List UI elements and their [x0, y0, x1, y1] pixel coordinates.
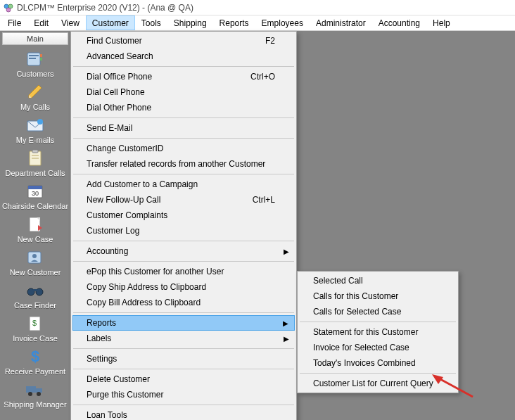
menu-item-shortcut: Ctrl+L: [253, 195, 275, 205]
menu-dial-office[interactable]: Dial Office Phone Ctrl+O: [72, 69, 295, 84]
menu-file[interactable]: File: [1, 15, 27, 30]
envelope-icon: [25, 116, 46, 134]
menu-item-label: Dial Office Phone: [87, 72, 152, 82]
menu-find-customer[interactable]: Find Customer F2: [72, 33, 295, 49]
sidebar-item-my-emails[interactable]: My E-mails: [0, 114, 70, 147]
sidebar-item-shipping-manager[interactable]: Shipping Manager: [0, 378, 70, 412]
menu-accounting-submenu[interactable]: Accounting ▶: [72, 243, 295, 259]
menu-item-label: Dial Other Phone: [87, 103, 151, 113]
menu-edit[interactable]: Edit: [27, 15, 55, 30]
clipboard-icon: [25, 149, 46, 167]
sidebar-item-label: My Calls: [20, 103, 50, 111]
menu-item-label: Accounting: [87, 246, 128, 256]
menu-item-label: Calls for this Customer: [313, 291, 398, 301]
truck-icon: [25, 381, 46, 399]
menu-loan-tools[interactable]: Loan Tools: [72, 407, 295, 420]
menu-purge-customer[interactable]: Purge this Customer: [72, 387, 295, 402]
submenu-arrow-icon: ▶: [284, 248, 289, 255]
menu-item-label: Loan Tools: [87, 410, 127, 420]
menu-item-label: Today's Invoices Combined: [313, 358, 416, 368]
menu-item-label: Purge this Customer: [87, 390, 163, 400]
menu-item-label: Customer Complaints: [87, 210, 167, 220]
sidebar-item-invoice-case[interactable]: $ Invoice Case: [0, 312, 70, 345]
menu-item-label: Customer List for Current Query: [313, 378, 433, 388]
pencil-icon: [25, 83, 46, 101]
menu-item-label: Reports: [87, 318, 116, 328]
menu-item-label: Statement for this Customer: [313, 327, 418, 337]
sidebar-item-customers[interactable]: Customers: [0, 48, 70, 81]
sidebar-header[interactable]: Main: [2, 32, 68, 45]
menu-separator: [73, 405, 294, 405]
svg-point-32: [28, 392, 32, 396]
submenu-todays-invoices-combined[interactable]: Today's Invoices Combined: [299, 355, 457, 371]
menu-send-email[interactable]: Send E-Mail: [72, 120, 295, 136]
sidebar-item-new-case[interactable]: New Case: [0, 213, 70, 246]
menu-customer[interactable]: Customer: [86, 15, 135, 30]
menu-dial-other[interactable]: Dial Other Phone: [72, 100, 295, 115]
sidebar-item-label: New Case: [18, 235, 53, 243]
submenu-statement-for-customer[interactable]: Statement for this Customer: [299, 324, 457, 340]
menu-separator: [300, 322, 456, 322]
menu-reports[interactable]: Reports: [213, 15, 255, 30]
svg-text:$: $: [31, 348, 39, 365]
sidebar-item-case-finder[interactable]: Case Finder: [0, 279, 70, 312]
menu-copy-ship-address[interactable]: Copy Ship Address to Clipboard: [72, 279, 295, 295]
submenu-customer-list-current-query[interactable]: Customer List for Current Query: [299, 376, 457, 391]
sidebar-item-label: Shipping Manager: [4, 400, 66, 409]
menu-employees[interactable]: Employees: [255, 15, 310, 30]
submenu-arrow-icon: ▶: [283, 319, 288, 327]
menu-settings[interactable]: Settings: [72, 351, 295, 367]
svg-rect-6: [40, 54, 42, 57]
sidebar-item-department-calls[interactable]: Department Calls: [0, 147, 70, 180]
menu-copy-bill-address[interactable]: Copy Bill Address to Clipboard: [72, 295, 295, 310]
menu-separator: [73, 312, 294, 313]
menu-shipping[interactable]: Shipping: [167, 15, 213, 30]
menu-delete-customer[interactable]: Delete Customer: [72, 371, 295, 387]
svg-text:30: 30: [32, 190, 39, 197]
menu-separator: [73, 174, 294, 174]
sidebar: Main Customers My Calls My E-mails Depar…: [0, 31, 70, 420]
sidebar-item-new-customer[interactable]: New Customer: [0, 246, 70, 279]
menu-item-label: Copy Bill Address to Clipboard: [87, 298, 201, 307]
menu-labels-submenu[interactable]: Labels ▶: [72, 331, 295, 346]
dollar-icon: $: [25, 348, 46, 366]
svg-rect-7: [40, 58, 42, 61]
sidebar-item-my-calls[interactable]: My Calls: [0, 81, 70, 114]
menu-new-followup-call[interactable]: New Follow-Up Call Ctrl+L: [72, 192, 295, 208]
menu-separator: [73, 138, 294, 139]
menu-administrator[interactable]: Administrator: [310, 15, 372, 30]
menu-tools[interactable]: Tools: [135, 15, 167, 30]
menu-epop-customer[interactable]: ePop this Customer for another User: [72, 264, 295, 279]
menu-item-shortcut: Ctrl+O: [250, 72, 275, 82]
menu-separator: [73, 241, 294, 241]
submenu-invoice-for-case[interactable]: Invoice for Selected Case: [299, 340, 457, 355]
menu-accounting[interactable]: Accounting: [372, 15, 426, 30]
menu-item-label: ePop this Customer for another User: [87, 267, 224, 276]
menu-customer-log[interactable]: Customer Log: [72, 223, 295, 238]
menu-dial-cell[interactable]: Dial Cell Phone: [72, 84, 295, 100]
reports-submenu-dropdown: Selected Call Calls for this Customer Ca…: [297, 271, 459, 393]
sidebar-item-label: Chairside Calendar: [2, 202, 68, 210]
menu-view[interactable]: View: [55, 15, 86, 30]
menu-advanced-search[interactable]: Advanced Search: [72, 49, 295, 64]
menu-change-customer-id[interactable]: Change CustomerID: [72, 141, 295, 156]
submenu-calls-for-customer[interactable]: Calls for this Customer: [299, 288, 457, 304]
menu-reports-submenu[interactable]: Reports ▶: [72, 315, 295, 331]
menu-help[interactable]: Help: [426, 15, 457, 30]
menu-item-label: Change CustomerID: [87, 144, 163, 153]
menu-customer-complaints[interactable]: Customer Complaints: [72, 208, 295, 223]
sidebar-item-receive-payment[interactable]: $ Receive Payment: [0, 345, 70, 378]
submenu-calls-for-case[interactable]: Calls for Selected Case: [299, 304, 457, 319]
menu-transfer-records[interactable]: Transfer related records from another Cu…: [72, 156, 295, 172]
title-bar: DLCPM™ Enterprise 2020 (V12) - (Ana @ QA…: [0, 0, 515, 15]
menu-item-label: Transfer related records from another Cu…: [87, 159, 265, 169]
menu-item-label: Selected Call: [313, 276, 363, 286]
menu-item-label: Invoice for Selected Case: [313, 343, 409, 352]
menu-item-label: Labels: [87, 333, 111, 343]
menu-add-to-campaign[interactable]: Add Customer to a Campaign: [72, 177, 295, 192]
window-title: DLCPM™ Enterprise 2020 (V12) - (Ana @ QA…: [17, 3, 193, 13]
sidebar-item-chairside-calendar[interactable]: 30 Chairside Calendar: [0, 180, 70, 213]
menu-item-label: Add Customer to a Campaign: [87, 179, 198, 189]
submenu-selected-call[interactable]: Selected Call: [299, 273, 457, 288]
svg-point-2: [6, 8, 11, 12]
